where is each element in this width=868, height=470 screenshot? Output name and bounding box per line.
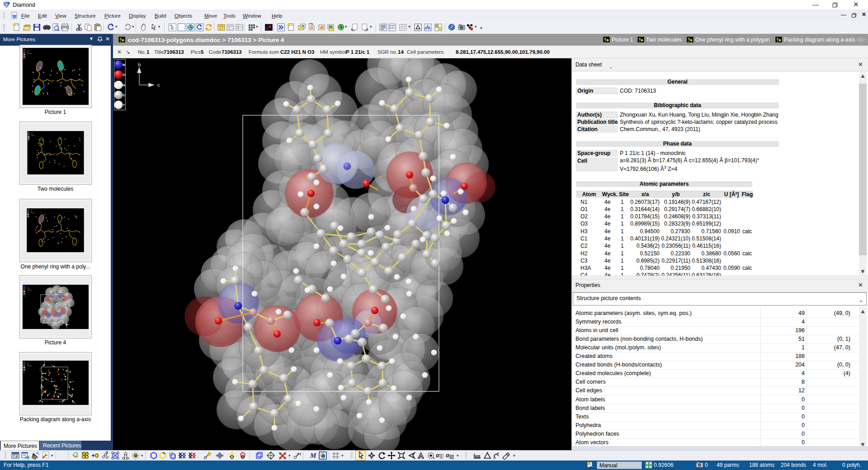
svg-text:σ: σ <box>446 452 449 459</box>
svg-text:σ: σ <box>436 452 439 459</box>
svg-text:?: ? <box>105 451 108 456</box>
svg-text:N: N <box>123 63 125 67</box>
svg-text:Fe: Fe <box>297 452 301 456</box>
svg-text:M: M <box>310 452 316 459</box>
svg-text:b: b <box>138 62 141 68</box>
svg-text:O: O <box>123 73 125 77</box>
svg-text:c: c <box>157 83 160 88</box>
svg-text:?: ? <box>123 103 125 107</box>
svg-text:C: C <box>123 93 125 97</box>
svg-text:H: H <box>123 83 125 87</box>
